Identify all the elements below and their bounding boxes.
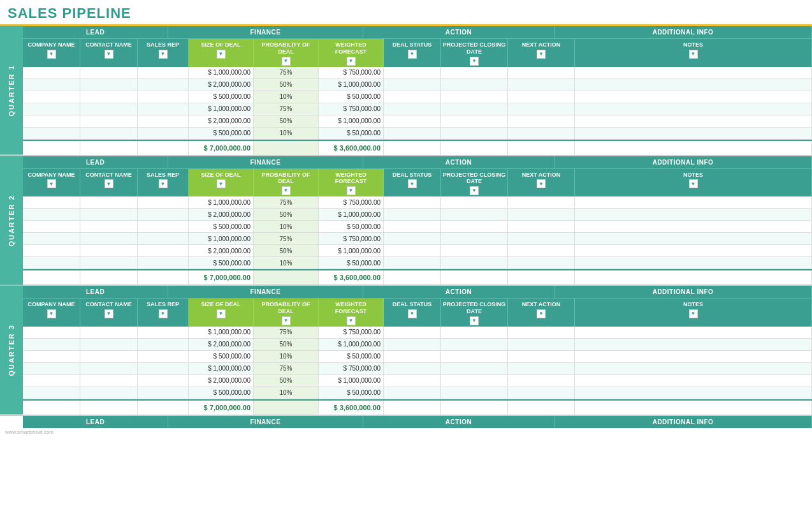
data-cell-cell-dealstatus text-left[interactable]: [384, 245, 441, 256]
data-cell-cell-contact text-left[interactable]: [80, 363, 138, 374]
dropdown-arrow-icon[interactable]: ▼: [689, 50, 698, 59]
data-cell-cell-contact text-left[interactable]: [80, 221, 138, 232]
data-cell-cell-salesrep text-left[interactable]: [138, 115, 189, 127]
data-cell-cell-notes text-left[interactable]: [575, 103, 812, 115]
data-cell-cell-nextaction text-left[interactable]: [508, 91, 575, 103]
data-cell-cell-company text-left[interactable]: [23, 339, 80, 350]
data-cell-cell-notes text-left[interactable]: [575, 245, 812, 256]
data-cell-cell-contact text-left[interactable]: [80, 339, 138, 350]
data-cell-cell-notes text-left[interactable]: [575, 209, 812, 220]
data-cell-cell-weighted[interactable]: $ 1,000,000.00: [319, 209, 384, 220]
dropdown-arrow-icon[interactable]: ▼: [217, 179, 226, 188]
data-cell-cell-probdeal text-center[interactable]: 10%: [254, 257, 319, 269]
data-cell-cell-contact text-left[interactable]: [80, 196, 138, 208]
data-cell-cell-projclose text-left[interactable]: [441, 196, 508, 208]
data-cell-cell-dealstatus text-left[interactable]: [384, 339, 441, 350]
data-cell-cell-dealstatus text-left[interactable]: [384, 387, 441, 399]
data-cell-cell-notes text-left[interactable]: [575, 257, 812, 269]
dropdown-arrow-icon[interactable]: ▼: [159, 309, 168, 318]
data-cell-cell-dealstatus text-left[interactable]: [384, 67, 441, 78]
data-cell-cell-notes text-left[interactable]: [575, 351, 812, 362]
data-cell-cell-nextaction text-left[interactable]: [508, 67, 575, 78]
data-cell-cell-probdeal text-center[interactable]: 10%: [254, 351, 319, 362]
dropdown-arrow-icon[interactable]: ▼: [408, 309, 417, 318]
data-cell-cell-probdeal text-center[interactable]: 10%: [254, 387, 319, 399]
dropdown-arrow-icon[interactable]: ▼: [537, 179, 546, 188]
data-cell-cell-dealstatus text-left[interactable]: [384, 209, 441, 220]
data-cell-cell-weighted[interactable]: $ 50,000.00: [319, 221, 384, 232]
dropdown-arrow-icon[interactable]: ▼: [105, 50, 113, 59]
data-cell-cell-probdeal text-center[interactable]: 50%: [254, 115, 319, 127]
data-cell-cell-company text-left[interactable]: [23, 67, 80, 78]
data-cell-cell-weighted[interactable]: $ 1,000,000.00: [319, 375, 384, 387]
data-cell-cell-contact text-left[interactable]: [80, 375, 138, 387]
data-cell-cell-salesrep text-left[interactable]: [138, 91, 189, 103]
dropdown-arrow-icon[interactable]: ▼: [105, 179, 113, 188]
dropdown-arrow-icon[interactable]: ▼: [47, 309, 56, 318]
data-cell-cell-contact text-left[interactable]: [80, 115, 138, 127]
data-cell-cell-notes text-left[interactable]: [575, 128, 812, 139]
data-cell-cell-weighted[interactable]: $ 750,000.00: [319, 103, 384, 115]
dropdown-arrow-icon[interactable]: ▼: [408, 179, 417, 188]
data-cell-cell-salesrep text-left[interactable]: [138, 363, 189, 374]
data-cell-cell-company text-left[interactable]: [23, 351, 80, 362]
data-cell-cell-company text-left[interactable]: [23, 363, 80, 374]
data-cell-cell-nextaction text-left[interactable]: [508, 103, 575, 115]
data-cell-cell-contact text-left[interactable]: [80, 387, 138, 399]
data-cell-cell-sizedeal[interactable]: $ 1,000,000.00: [189, 67, 254, 78]
data-cell-cell-weighted[interactable]: $ 1,000,000.00: [319, 79, 384, 91]
data-cell-cell-weighted[interactable]: $ 50,000.00: [319, 91, 384, 103]
data-cell-cell-nextaction text-left[interactable]: [508, 196, 575, 208]
data-cell-cell-projclose text-left[interactable]: [441, 103, 508, 115]
dropdown-arrow-icon[interactable]: ▼: [159, 179, 168, 188]
data-cell-cell-sizedeal[interactable]: $ 500,000.00: [189, 91, 254, 103]
data-cell-cell-sizedeal[interactable]: $ 1,000,000.00: [189, 103, 254, 115]
data-cell-cell-salesrep text-left[interactable]: [138, 375, 189, 387]
data-cell-cell-notes text-left[interactable]: [575, 375, 812, 387]
data-cell-cell-company text-left[interactable]: [23, 257, 80, 269]
data-cell-cell-sizedeal[interactable]: $ 500,000.00: [189, 257, 254, 269]
data-cell-cell-projclose text-left[interactable]: [441, 79, 508, 91]
data-cell-cell-projclose text-left[interactable]: [441, 221, 508, 232]
data-cell-cell-salesrep text-left[interactable]: [138, 221, 189, 232]
data-cell-cell-dealstatus text-left[interactable]: [384, 351, 441, 362]
data-cell-cell-dealstatus text-left[interactable]: [384, 375, 441, 387]
dropdown-arrow-icon[interactable]: ▼: [689, 309, 698, 318]
data-cell-cell-nextaction text-left[interactable]: [508, 79, 575, 91]
dropdown-arrow-icon[interactable]: ▼: [217, 50, 226, 59]
dropdown-arrow-icon[interactable]: ▼: [470, 186, 479, 195]
data-cell-cell-probdeal text-center[interactable]: 75%: [254, 233, 319, 244]
data-cell-cell-probdeal text-center[interactable]: 50%: [254, 79, 319, 91]
data-cell-cell-probdeal text-center[interactable]: 75%: [254, 67, 319, 78]
data-cell-cell-nextaction text-left[interactable]: [508, 115, 575, 127]
data-cell-cell-weighted[interactable]: $ 50,000.00: [319, 128, 384, 139]
data-cell-cell-contact text-left[interactable]: [80, 128, 138, 139]
data-cell-cell-projclose text-left[interactable]: [441, 115, 508, 127]
dropdown-arrow-icon[interactable]: ▼: [470, 57, 479, 66]
data-cell-cell-probdeal text-center[interactable]: 10%: [254, 221, 319, 232]
data-cell-cell-dealstatus text-left[interactable]: [384, 221, 441, 232]
dropdown-arrow-icon[interactable]: ▼: [347, 186, 356, 195]
data-cell-cell-probdeal text-center[interactable]: 10%: [254, 91, 319, 103]
data-cell-cell-notes text-left[interactable]: [575, 79, 812, 91]
data-cell-cell-company text-left[interactable]: [23, 103, 80, 115]
data-cell-cell-probdeal text-center[interactable]: 50%: [254, 209, 319, 220]
data-cell-cell-contact text-left[interactable]: [80, 209, 138, 220]
data-cell-cell-projclose text-left[interactable]: [441, 327, 508, 338]
data-cell-cell-notes text-left[interactable]: [575, 67, 812, 78]
dropdown-arrow-icon[interactable]: ▼: [217, 309, 226, 318]
data-cell-cell-sizedeal[interactable]: $ 2,000,000.00: [189, 79, 254, 91]
data-cell-cell-sizedeal[interactable]: $ 500,000.00: [189, 351, 254, 362]
data-cell-cell-probdeal text-center[interactable]: 50%: [254, 375, 319, 387]
data-cell-cell-nextaction text-left[interactable]: [508, 245, 575, 256]
data-cell-cell-projclose text-left[interactable]: [441, 339, 508, 350]
data-cell-cell-notes text-left[interactable]: [575, 387, 812, 399]
data-cell-cell-sizedeal[interactable]: $ 1,000,000.00: [189, 327, 254, 338]
data-cell-cell-contact text-left[interactable]: [80, 245, 138, 256]
data-cell-cell-contact text-left[interactable]: [80, 233, 138, 244]
data-cell-cell-dealstatus text-left[interactable]: [384, 363, 441, 374]
dropdown-arrow-icon[interactable]: ▼: [282, 57, 291, 66]
data-cell-cell-company text-left[interactable]: [23, 327, 80, 338]
data-cell-cell-salesrep text-left[interactable]: [138, 103, 189, 115]
data-cell-cell-projclose text-left[interactable]: [441, 363, 508, 374]
